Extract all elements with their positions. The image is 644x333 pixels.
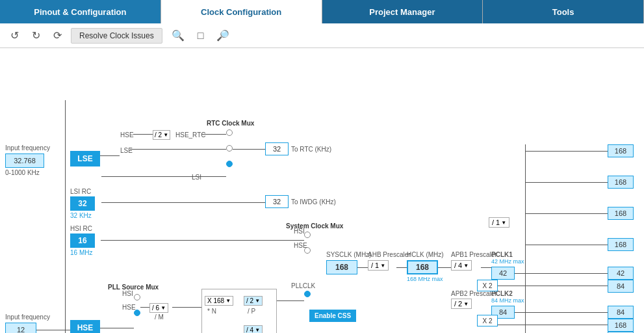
pll-p-sysclk-line xyxy=(277,300,304,301)
iwdg-khz-label: To IWDG (KHz) xyxy=(291,198,336,206)
pllclk-mux-dot[interactable] xyxy=(304,291,311,297)
resolve-clock-button[interactable]: Resolve Clock Issues xyxy=(71,28,162,44)
lsi-mux-line xyxy=(101,176,226,177)
pll-m-label: / 6 xyxy=(152,304,159,312)
hse-div2-arrow: ▼ xyxy=(163,132,168,138)
sysclk-value: 168 xyxy=(326,260,357,274)
pclk1-label: PCLK1 xyxy=(491,251,513,258)
pll-m-container[interactable]: / 6 ▼ xyxy=(149,303,168,313)
right-bus-line xyxy=(525,144,526,333)
sysclk-label: SYSCLK (MHz) xyxy=(326,251,371,258)
hsi-rc-label: HSI RC xyxy=(70,225,92,232)
pll-source-mux-label: PLL Source Mux xyxy=(108,284,159,291)
lsi-rc-value: 32 xyxy=(70,196,95,211)
apb2-div-label: / 2 xyxy=(454,300,462,308)
hclk-max: 168 MHz max xyxy=(407,276,443,282)
div1-arrow: ▼ xyxy=(501,220,506,226)
hclk-value: 168 xyxy=(407,260,438,274)
ahb-div-arrow: ▼ xyxy=(380,263,385,269)
pll-src-m-line xyxy=(140,307,149,308)
enable-css-button[interactable]: Enable CSS xyxy=(309,310,356,322)
lse-block: LSE xyxy=(70,151,100,166)
main-bus-line xyxy=(65,100,66,333)
refresh-button[interactable]: ⟳ xyxy=(49,27,66,44)
ahb-div-label: / 1 xyxy=(371,261,379,269)
hsi-pll-label: HSI xyxy=(122,290,133,297)
pll-m-div-label: / M xyxy=(155,313,164,321)
out-val-4: 168 xyxy=(608,238,634,251)
sysclk-mux-dot-hsi[interactable] xyxy=(304,232,311,238)
div1-container[interactable]: / 1 ▼ xyxy=(489,217,509,228)
apb2-div-container[interactable]: / 2 ▼ xyxy=(451,299,472,309)
hse-label-rtc: HSE xyxy=(120,131,134,139)
lse-line xyxy=(100,155,120,156)
right-line-1 xyxy=(525,151,608,152)
pll-p-arrow: ▼ xyxy=(255,298,260,304)
lse-mux-line xyxy=(130,149,226,150)
rtc-mux-dot-2[interactable] xyxy=(226,145,233,152)
pll-m-main-line xyxy=(172,307,201,308)
rtc-mux-dot-3[interactable] xyxy=(226,161,233,167)
pllclk-label: PLLCLK xyxy=(291,282,315,289)
pll-n-div-label: * N xyxy=(207,308,216,315)
hclk-label: HCLK (MHz) xyxy=(407,251,444,258)
hse-pll-src-line xyxy=(100,328,134,328)
hse-pll-label: HSE xyxy=(122,304,136,311)
right-line-5 xyxy=(515,273,608,274)
hse-div2-container: / 2 ▼ xyxy=(153,130,170,140)
clock-diagram-canvas: Input frequency 32.768 0-1000 KHz LSE LS… xyxy=(0,48,644,333)
ahb-hclk-line xyxy=(396,267,407,268)
tab-pinout[interactable]: Pinout & Configuration xyxy=(0,0,161,23)
apb2-div-arrow: ▼ xyxy=(463,301,469,307)
to-iwdg-line xyxy=(101,202,265,203)
out-val-5: 42 xyxy=(608,267,634,280)
fit-button[interactable]: □ xyxy=(194,27,208,44)
right-line-6 xyxy=(498,286,608,286)
out-val-6: 84 xyxy=(608,280,634,293)
pll-q-container[interactable]: / 4 ▼ xyxy=(244,325,263,333)
pclk2-max: 84 MHz max xyxy=(491,297,524,304)
pll-q-arrow: ▼ xyxy=(255,327,260,333)
tab-clock[interactable]: Clock Configuration xyxy=(161,0,322,23)
rtc-mux-dot-1[interactable] xyxy=(226,129,233,136)
hse-input-line xyxy=(36,330,70,330)
lsi-rc-label: LSI RC xyxy=(70,188,91,195)
rtc-clock-mux-label: RTC Clock Mux xyxy=(207,120,254,127)
apb1-div-container[interactable]: / 4 ▼ xyxy=(451,260,472,271)
input-freq-1-value[interactable]: 32.768 xyxy=(5,153,44,168)
toolbar: ↺ ↻ ⟳ Resolve Clock Issues 🔍 □ 🔎 xyxy=(0,23,644,48)
ahb-prescaler-label: AHB Prescaler xyxy=(368,251,411,258)
hse-rtc-line2 xyxy=(201,134,226,135)
pll-src-mux-hsi[interactable] xyxy=(134,294,140,300)
out-val-2: 168 xyxy=(608,176,634,189)
main-pll-box: X 168 ▼ * N / 2 ▼ / P / 4 ▼ / Q Main PLL xyxy=(201,289,277,333)
pll-p-container[interactable]: / 2 ▼ xyxy=(244,296,263,306)
x2-1-block: X 2 xyxy=(477,280,498,291)
pll-n-arrow: ▼ xyxy=(225,298,231,304)
hsi-sysclk-line xyxy=(101,240,304,241)
apb1-div-arrow: ▼ xyxy=(463,263,469,269)
right-line-3 xyxy=(525,213,608,214)
hse-sysclk-label: HSE xyxy=(294,242,307,249)
nav-tabs: Pinout & Configuration Clock Configurati… xyxy=(0,0,644,23)
redo-button[interactable]: ↻ xyxy=(28,27,44,44)
rtc-khz-label: To RTC (KHz) xyxy=(291,146,331,153)
tab-tools[interactable]: Tools xyxy=(483,0,644,23)
input-freq-2-label: Input frequency xyxy=(5,313,50,321)
zoom-in-button[interactable]: 🔍 xyxy=(168,27,188,44)
input-freq-1-label: Input frequency xyxy=(5,144,50,152)
ahb-div-container[interactable]: / 1 ▼ xyxy=(368,260,389,271)
tab-project[interactable]: Project Manager xyxy=(322,0,483,23)
hclk-apb1-line xyxy=(438,267,451,268)
pll-n-label: X 168 xyxy=(207,297,224,304)
hsi-rc-freq: 16 MHz xyxy=(70,249,92,256)
right-line-2 xyxy=(525,182,608,183)
input-freq-2-value[interactable]: 12 xyxy=(5,323,36,333)
zoom-out-button[interactable]: 🔎 xyxy=(213,27,233,44)
out-val-7: 84 xyxy=(608,306,634,319)
undo-button[interactable]: ↺ xyxy=(6,27,23,44)
lse-mux-label: LSE xyxy=(120,147,133,154)
sysclk-ahb-line xyxy=(357,267,368,268)
right-line-4 xyxy=(525,245,608,245)
pll-n-container[interactable]: X 168 ▼ xyxy=(205,296,233,306)
